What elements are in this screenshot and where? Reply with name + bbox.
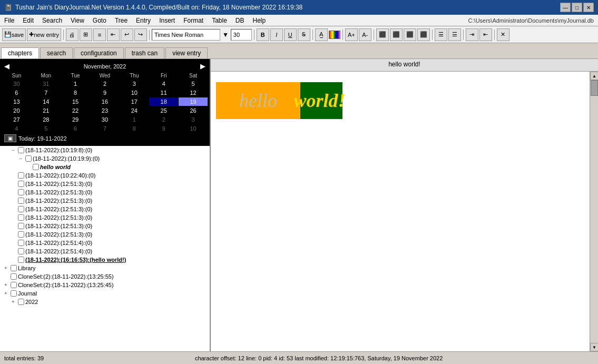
tree-checkbox[interactable] — [18, 189, 24, 195]
calendar-next-button[interactable]: ▶ — [200, 62, 205, 70]
calendar-day[interactable]: 15 — [61, 97, 90, 106]
calendar-day[interactable]: 8 — [61, 88, 90, 97]
tree-item[interactable]: +Library — [0, 264, 210, 272]
tree-expander[interactable] — [9, 256, 17, 263]
tree-checkbox[interactable] — [18, 240, 24, 246]
tree-expander[interactable] — [2, 273, 9, 280]
tree-checkbox[interactable] — [18, 172, 24, 179]
calendar-day[interactable]: 13 — [2, 97, 31, 106]
tab-view-entry[interactable]: view entry — [165, 47, 208, 58]
print-button[interactable]: 🖨 — [66, 28, 79, 41]
calendar-day[interactable]: 5 — [32, 124, 61, 133]
tab-chapters[interactable]: chapters — [1, 47, 39, 58]
calendar-day[interactable]: 7 — [91, 124, 120, 133]
tree-expander[interactable] — [9, 180, 17, 188]
calendar-day[interactable]: 9 — [91, 88, 120, 97]
tree-expander[interactable]: + — [9, 298, 17, 306]
indent-button[interactable]: ⇥ — [466, 28, 478, 41]
font-size-input[interactable] — [231, 29, 252, 41]
maximize-button[interactable]: □ — [572, 3, 582, 12]
tree-checkbox[interactable] — [11, 282, 17, 288]
entry-scrollbar[interactable]: ▲ ▼ — [590, 72, 598, 351]
calendar-day[interactable]: 1 — [120, 115, 149, 124]
calendar-day[interactable]: 30 — [2, 80, 31, 88]
calendar-day[interactable]: 6 — [61, 124, 90, 133]
tree-checkbox[interactable] — [11, 273, 17, 280]
tree-checkbox[interactable] — [11, 290, 17, 297]
calendar-day[interactable]: 2 — [91, 80, 120, 88]
redo-button[interactable]: ↪ — [134, 28, 147, 41]
tree-expander[interactable]: − — [9, 146, 17, 154]
tree-item[interactable]: (18-11-2022):(12:51:3):(0) — [0, 213, 210, 222]
menu-view[interactable]: View — [66, 15, 89, 26]
font-dropdown-icon[interactable]: ▼ — [221, 31, 230, 38]
align-right-button[interactable]: ⬛ — [404, 28, 416, 41]
underline-button[interactable]: U — [284, 28, 297, 41]
tree-item[interactable]: (18-11-2022):(12:51:3):(0) — [0, 196, 210, 205]
tree-item[interactable]: (18-11-2022):(12:51:3):(0) — [0, 205, 210, 213]
tree-expander[interactable] — [9, 172, 17, 179]
entry-content[interactable]: hello world! | ▲ ▼ — [211, 72, 598, 351]
calendar-day[interactable]: 25 — [149, 106, 178, 115]
calendar-day[interactable]: 12 — [179, 88, 208, 97]
calendar-day[interactable]: 3 — [179, 115, 208, 124]
menu-search[interactable]: Search — [38, 15, 66, 26]
tree-checkbox[interactable] — [18, 147, 24, 153]
calendar-day[interactable]: 14 — [32, 97, 61, 106]
menu-file[interactable]: File — [0, 15, 18, 26]
close-button[interactable]: ✕ — [583, 3, 594, 12]
calendar-day[interactable]: 29 — [61, 115, 90, 124]
tree-item[interactable]: +CloneSet:(2):(18-11-2022):(13:25:45) — [0, 281, 210, 289]
tree-expander[interactable]: − — [17, 155, 24, 162]
scroll-down-button[interactable]: ▼ — [590, 343, 598, 351]
tree-expander[interactable] — [9, 205, 17, 213]
line-spacing-2-button[interactable]: ☰ — [448, 28, 461, 41]
tree-checkbox[interactable] — [25, 155, 32, 162]
calendar-day[interactable]: 19 — [179, 97, 208, 106]
calendar-day[interactable]: 28 — [32, 115, 61, 124]
save-button[interactable]: 💾 save — [2, 28, 26, 41]
tree-item[interactable]: (18-11-2022):(12:51:3):(0) — [0, 222, 210, 230]
minimize-button[interactable]: — — [560, 3, 571, 12]
tree-checkbox[interactable] — [11, 265, 17, 271]
calendar-day[interactable]: 27 — [2, 115, 31, 124]
calendar-prev-button[interactable]: ◀ — [4, 62, 9, 70]
tree-item[interactable]: +Journal — [0, 289, 210, 298]
tree-item[interactable]: −(18-11-2022):(10:19:9):(0) — [0, 154, 210, 163]
tree-item[interactable]: (18-11-2022):(12:51:3):(0) — [0, 230, 210, 239]
calendar-day[interactable]: 6 — [2, 88, 31, 97]
tree-expander[interactable]: + — [2, 264, 9, 272]
outdent-button[interactable]: ⇤ — [479, 28, 492, 41]
calendar-day[interactable]: 24 — [120, 106, 149, 115]
calendar-day[interactable]: 4 — [2, 124, 31, 133]
tree-checkbox[interactable] — [18, 248, 24, 254]
calendar-day[interactable]: 2 — [149, 115, 178, 124]
tree-expander[interactable] — [9, 189, 17, 196]
menu-tree[interactable]: Tree — [111, 15, 132, 26]
tree-checkbox[interactable] — [33, 164, 39, 170]
calendar-day[interactable]: 10 — [179, 124, 208, 133]
calendar-day[interactable]: 31 — [32, 80, 61, 88]
line-spacing-1-button[interactable]: ☰ — [435, 28, 447, 41]
calendar-day[interactable]: 4 — [149, 80, 178, 88]
bold-button[interactable]: B — [257, 28, 269, 41]
align-justify-button[interactable]: ⬛ — [417, 28, 430, 41]
italic-button[interactable]: I — [270, 28, 283, 41]
tree-checkbox[interactable] — [18, 214, 24, 221]
undo-button[interactable]: ↩ — [121, 28, 133, 41]
tree-expander[interactable]: + — [2, 281, 9, 289]
calendar-day[interactable]: 30 — [91, 115, 120, 124]
tab-configuration[interactable]: configuration — [74, 47, 124, 58]
color-picker-button[interactable] — [329, 31, 340, 39]
new-entry-button[interactable]: ✚ new entry — [27, 28, 61, 41]
tree-checkbox[interactable] — [18, 181, 24, 187]
calendar-day[interactable]: 18 — [149, 97, 178, 106]
menu-entry[interactable]: Entry — [132, 15, 155, 26]
calendar-day[interactable]: 3 — [120, 80, 149, 88]
indent-left-button[interactable]: ⇤ — [107, 28, 120, 41]
calendar-day[interactable]: 22 — [61, 106, 90, 115]
font-size-dec-button[interactable]: A- — [359, 28, 371, 41]
tree-expander[interactable] — [9, 214, 17, 221]
justify-button[interactable]: ≡ — [93, 28, 106, 41]
calendar-day[interactable]: 16 — [91, 97, 120, 106]
